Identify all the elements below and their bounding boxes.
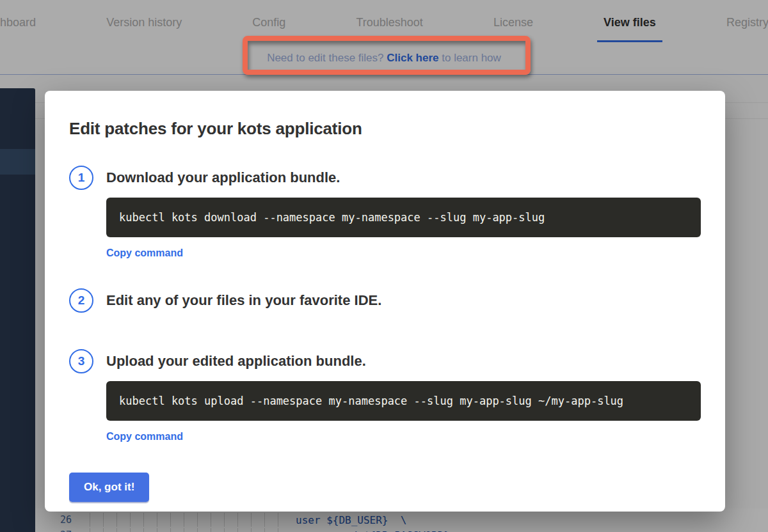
ok-got-it-button[interactable]: Ok, got it! xyxy=(69,473,149,502)
step-2: 2 Edit any of your files in your favorit… xyxy=(69,288,701,313)
step-2-number-badge: 2 xyxy=(69,288,93,313)
modal-title: Edit patches for your kots application xyxy=(69,119,701,139)
copy-download-command-link[interactable]: Copy command xyxy=(106,247,183,259)
download-command-block: kubectl kots download --namespace my-nam… xyxy=(106,198,701,237)
step-1: 1 Download your application bundle. kube… xyxy=(69,166,701,259)
step-1-number-badge: 1 xyxy=(69,166,93,190)
copy-upload-command-link[interactable]: Copy command xyxy=(106,431,183,442)
step-2-label: Edit any of your files in your favorite … xyxy=(106,292,381,309)
step-3-number-badge: 3 xyxy=(69,349,93,373)
upload-command-block: kubectl kots upload --namespace my-names… xyxy=(106,381,701,421)
edit-patches-modal: Edit patches for your kots application 1… xyxy=(45,91,725,512)
step-1-label: Download your application bundle. xyxy=(106,169,340,186)
step-3-label: Upload your edited application bundle. xyxy=(106,353,366,370)
app-window: Dashboard Version history Config Trouble… xyxy=(0,0,768,532)
step-3: 3 Upload your edited application bundle.… xyxy=(69,349,701,442)
